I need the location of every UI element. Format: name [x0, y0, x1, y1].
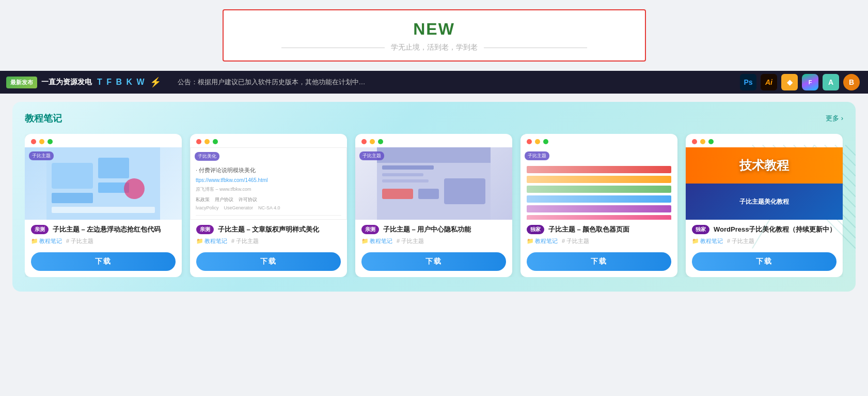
card-body-2: 亲测 子比主题 – 文章版权声明样式美化 📁 教程笔记 # 子比主题	[190, 220, 347, 249]
card-body-3: 亲测 子比主题 – 用户中心隐私功能 📁 教程笔记 # 子比主题	[355, 220, 512, 249]
ann-left: 最新发布 一直为资源发电 T F B K W ⚡	[0, 77, 167, 88]
card-tag-4: # 子比主题	[562, 237, 589, 245]
tutorials-section: 教程笔记 更多 › 子比主题	[12, 102, 856, 292]
thumb-label-1: 子比主题	[29, 151, 54, 160]
tl-green-5	[708, 139, 714, 144]
svg-rect-13	[98, 158, 129, 178]
card-thumb-5: 子比美化 技术教程 子比主题美化教程	[686, 147, 843, 220]
card-thumb-3: 子比主题	[355, 147, 512, 220]
card-body-4: 独家 子比主题 – 颜色取色器页面 📁 教程笔记 # 子比主题	[520, 220, 677, 249]
card-badge-row-5: 独家 WordPress子比美化教程（持续更新中）	[692, 225, 837, 234]
svg-rect-24	[418, 189, 439, 199]
card-title-4: 子比主题 – 颜色取色器页面	[548, 225, 629, 234]
ann-site-name: T F B K W	[97, 78, 146, 87]
traffic-lights-5	[686, 134, 843, 144]
card-meta-1: 📁 教程笔记 # 子比主题	[31, 237, 176, 245]
tl-yellow-4	[535, 139, 540, 144]
traffic-lights-3	[355, 134, 512, 144]
tl-green-2	[213, 139, 218, 144]
tl-green-4	[543, 139, 548, 144]
card-badge-3: 亲测	[361, 225, 379, 234]
traffic-lights-4	[520, 134, 677, 144]
sketch-icon[interactable]: ◆	[781, 74, 798, 90]
ann-site-label: 一直为资源发电	[41, 78, 92, 87]
figma-icon[interactable]: F	[802, 74, 818, 90]
tl-red-1	[31, 139, 36, 144]
download-btn-5[interactable]: 下载	[692, 252, 837, 271]
photoshop-icon[interactable]: Ps	[740, 74, 756, 90]
card-tag-2: # 子比主题	[231, 237, 259, 245]
download-btn-3[interactable]: 下载	[361, 252, 506, 271]
top-banner: NEW 学无止境，活到老，学到老	[223, 9, 646, 62]
tl-red-5	[692, 139, 697, 144]
svg-line-5	[845, 145, 856, 156]
svg-rect-22	[382, 179, 429, 182]
tl-red-4	[527, 139, 532, 144]
card-thumb-2: 子比美化 · 付费评论说明模块美化 ttps://www.tfbkw.com/1…	[190, 147, 347, 220]
blender-icon[interactable]: B	[843, 74, 860, 90]
card-thumb-4: 子比主题	[520, 147, 677, 220]
svg-rect-12	[52, 163, 93, 189]
card-thumb-1: 子比主题	[25, 147, 182, 220]
svg-rect-23	[382, 189, 413, 199]
svg-rect-17	[52, 207, 155, 213]
thumb-label-3: 子比主题	[359, 151, 384, 160]
card-title-2: 子比主题 – 文章版权声明样式美化	[218, 225, 319, 234]
card-badge-2: 亲测	[196, 225, 214, 234]
thumb-subtitle-5: 子比主题美化教程	[739, 197, 789, 206]
ann-software-icons: Ps Ai ◆ F A B	[732, 74, 868, 90]
card-badge-4: 独家	[527, 225, 544, 234]
card-meta-5: 📁 教程笔记 # 子比主题	[692, 237, 837, 245]
card-meta-3: 📁 教程笔记 # 子比主题	[361, 237, 506, 245]
thumb-label-2: 子比美化	[195, 152, 219, 161]
card-title-3: 子比主题 – 用户中心隐私功能	[383, 225, 471, 234]
tl-green-1	[48, 139, 53, 144]
svg-rect-19	[377, 147, 491, 163]
section-header: 教程笔记 更多 ›	[25, 112, 843, 125]
traffic-lights-1	[25, 134, 182, 144]
download-btn-2[interactable]: 下载	[196, 252, 341, 271]
card-1: 子比主题 亲测 子比主题 – 左边悬浮动态抢红包代码	[25, 134, 182, 277]
ann-logo-colored: 最新发布	[6, 77, 37, 88]
card-5: 子比美化 技术教程 子比主题美化教程 独家 WordPress子比美化教程（持续…	[686, 134, 843, 277]
card-badge-1: 亲测	[31, 225, 49, 234]
svg-rect-20	[382, 165, 434, 170]
section-title: 教程笔记	[25, 112, 62, 125]
card-title-5: WordPress子比美化教程（持续更新中）	[714, 225, 836, 234]
card-tag-1: # 子比主题	[66, 237, 93, 245]
card-2: 子比美化 · 付费评论说明模块美化 ttps://www.tfbkw.com/1…	[190, 134, 347, 277]
announcement-bar: 最新发布 一直为资源发电 T F B K W ⚡ 公告：根据用户建议已加入软件历…	[0, 71, 868, 94]
card-4: 子比主题 独家 子比主题 – 颜色取色器页面 📁 教程笔记 # 子比	[520, 134, 677, 277]
card-title-1: 子比主题 – 左边悬浮动态抢红包代码	[53, 225, 161, 234]
download-btn-4[interactable]: 下载	[527, 252, 671, 271]
tl-red-3	[361, 139, 367, 144]
section-more-link[interactable]: 更多 ›	[826, 114, 843, 123]
card-cat-2: 📁 教程笔记	[196, 237, 227, 245]
card-body-1: 亲测 子比主题 – 左边悬浮动态抢红包代码 📁 教程笔记 # 子比主题	[25, 220, 182, 249]
banner-new-label: NEW	[244, 20, 624, 39]
traffic-lights-2	[190, 134, 347, 144]
thumb-label-4: 子比主题	[525, 151, 549, 160]
svg-point-16	[124, 178, 145, 199]
card-badge-row-1: 亲测 子比主题 – 左边悬浮动态抢红包代码	[31, 225, 176, 234]
card-badge-row-4: 独家 子比主题 – 颜色取色器页面	[527, 225, 671, 234]
cards-row: 子比主题 亲测 子比主题 – 左边悬浮动态抢红包代码	[25, 134, 843, 277]
download-btn-1[interactable]: 下载	[31, 252, 176, 271]
svg-rect-15	[52, 193, 93, 203]
card-badge-5: 独家	[692, 225, 709, 234]
card-cat-5: 📁 教程笔记	[692, 237, 723, 245]
card-tag-3: # 子比主题	[397, 237, 424, 245]
card-badge-row-3: 亲测 子比主题 – 用户中心隐私功能	[361, 225, 506, 234]
affinity-icon[interactable]: A	[823, 74, 839, 90]
card-meta-4: 📁 教程笔记 # 子比主题	[527, 237, 671, 245]
tl-yellow-5	[700, 139, 705, 144]
card-3: 子比主题 亲测 子比主题 – 用户中心隐私功	[355, 134, 512, 277]
illustrator-icon[interactable]: Ai	[761, 74, 777, 90]
tl-yellow-1	[39, 139, 44, 144]
card-cat-1: 📁 教程笔记	[31, 237, 62, 245]
card-tag-5: # 子比主题	[727, 237, 754, 245]
tl-red-2	[196, 139, 201, 144]
banner-subtitle: 学无止境，活到老，学到老	[244, 43, 624, 52]
card-cat-4: 📁 教程笔记	[527, 237, 558, 245]
ann-lightning-icon: ⚡	[150, 77, 161, 88]
